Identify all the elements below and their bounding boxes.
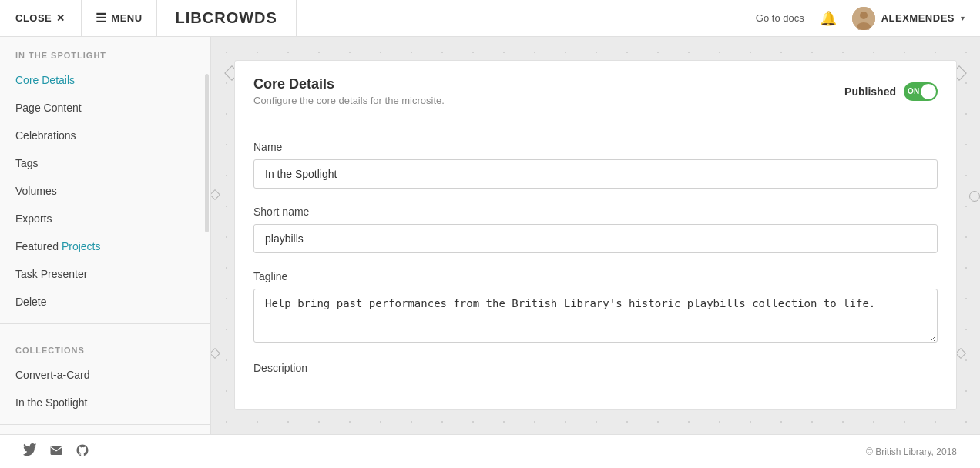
sidebar-item-tags[interactable]: Tags: [0, 149, 210, 177]
published-label: Published: [844, 85, 896, 98]
core-details-card: Core Details Configure the core details …: [234, 60, 957, 410]
card-title: Core Details: [253, 76, 445, 92]
card-body: Name Short name Tagline Help bring past …: [235, 122, 956, 410]
card-title-section: Core Details Configure the core details …: [253, 76, 445, 106]
avatar: [852, 7, 875, 30]
svg-point-1: [860, 12, 868, 19]
tagline-field-group: Tagline Help bring past performances fro…: [253, 270, 938, 345]
sidebar-item-volumes[interactable]: Volumes: [0, 177, 210, 205]
name-input[interactable]: [253, 159, 938, 189]
body-layout: IN THE SPOTLIGHT Core Details Page Conte…: [0, 37, 980, 434]
sidebar-item-core-details[interactable]: Core Details: [0, 66, 210, 94]
sidebar-item-exports[interactable]: Exports: [0, 205, 210, 232]
menu-label: MENU: [111, 12, 142, 24]
card-subtitle: Configure the core details for the micro…: [253, 95, 445, 106]
docs-link[interactable]: Go to docs: [756, 12, 804, 24]
tagline-input[interactable]: Help bring past performances from the Br…: [253, 289, 938, 343]
shortname-label: Short name: [253, 206, 938, 218]
sidebar-section-projects: PROJECTS: [0, 433, 210, 434]
sidebar-item-featured-projects[interactable]: Featured Projects: [0, 232, 210, 260]
user-menu-chevron-icon: ▾: [961, 14, 965, 22]
close-icon: ✕: [56, 12, 65, 24]
notifications-bell-icon[interactable]: 🔔: [820, 10, 837, 27]
top-nav: CLOSE ✕ ☰ MENU LIBCROWDS Go to docs 🔔 AL…: [0, 0, 980, 37]
github-icon[interactable]: [76, 443, 89, 460]
sidebar-item-delete[interactable]: Delete: [0, 288, 210, 316]
toggle-on-text: ON: [908, 87, 920, 95]
name-label: Name: [253, 141, 938, 153]
circle-decoration: [969, 191, 980, 202]
published-section: Published ON: [844, 82, 938, 101]
email-icon[interactable]: [49, 443, 63, 460]
sidebar-scrollbar[interactable]: [205, 74, 209, 232]
tagline-label: Tagline: [253, 270, 938, 282]
footer-social-icons: [23, 443, 89, 460]
twitter-icon[interactable]: [23, 443, 37, 460]
diamond-decoration: [955, 348, 966, 359]
published-toggle[interactable]: ON: [904, 82, 938, 101]
sidebar-divider-2: [0, 424, 210, 425]
sidebar-section-spotlight: IN THE SPOTLIGHT: [0, 37, 210, 66]
user-menu[interactable]: ALEXMENDES ▾: [852, 7, 965, 30]
close-button[interactable]: CLOSE ✕: [0, 0, 82, 36]
footer-copyright: © British Library, 2018: [866, 446, 957, 457]
card-header: Core Details Configure the core details …: [235, 61, 956, 122]
sidebar-item-in-the-spotlight[interactable]: In the Spotlight: [0, 389, 210, 416]
avatar-icon: [852, 7, 875, 30]
sidebar-item-page-content[interactable]: Page Content: [0, 94, 210, 122]
sidebar-item-task-presenter[interactable]: Task Presenter: [0, 260, 210, 288]
sidebar-item-celebrations[interactable]: Celebrations: [0, 122, 210, 149]
nav-right: Go to docs 🔔 ALEXMENDES ▾: [740, 7, 980, 30]
main-content: Core Details Configure the core details …: [211, 37, 980, 434]
shortname-field-group: Short name: [253, 206, 938, 253]
footer: © British Library, 2018: [0, 434, 980, 468]
username-label: ALEXMENDES: [881, 12, 955, 24]
sidebar: IN THE SPOTLIGHT Core Details Page Conte…: [0, 37, 211, 434]
app-logo: LIBCROWDS: [157, 0, 297, 36]
description-label: Description: [253, 362, 938, 374]
close-label: CLOSE: [15, 12, 52, 24]
diamond-decoration: [211, 189, 220, 200]
menu-button[interactable]: ☰ MENU: [82, 0, 157, 36]
shortname-input[interactable]: [253, 224, 938, 253]
diamond-decoration: [211, 348, 220, 359]
hamburger-icon: ☰: [96, 11, 107, 25]
toggle-knob: [921, 84, 936, 99]
sidebar-divider-1: [0, 323, 210, 324]
name-field-group: Name: [253, 141, 938, 189]
description-field-group: Description: [253, 362, 938, 374]
main-background: Core Details Configure the core details …: [211, 37, 980, 434]
sidebar-item-convert-a-card[interactable]: Convert-a-Card: [0, 361, 210, 389]
sidebar-section-collections: COLLECTIONS: [0, 332, 210, 361]
